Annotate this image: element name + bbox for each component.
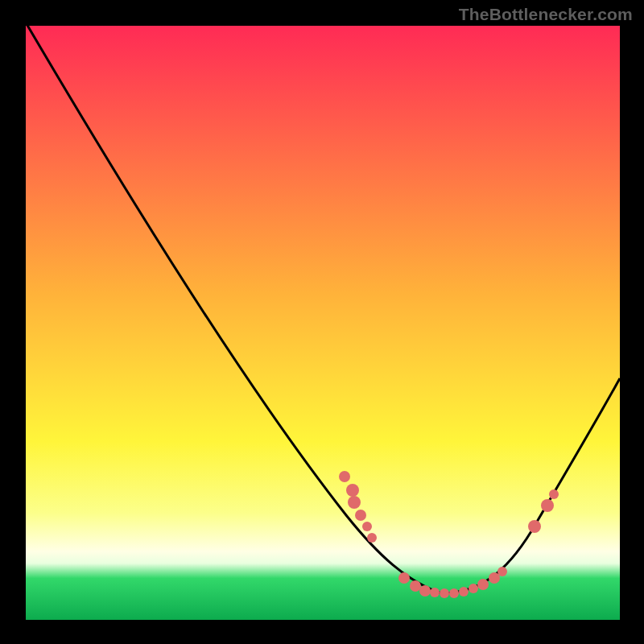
data-marker — [459, 587, 469, 597]
data-marker — [541, 499, 554, 512]
data-marker — [469, 584, 478, 593]
data-marker — [440, 588, 449, 598]
data-marker — [355, 510, 366, 521]
data-marker — [497, 567, 507, 576]
watermark-text: TheBottlenecker.com — [459, 5, 633, 24]
data-marker — [477, 579, 489, 590]
chart-container: { "watermark": "TheBottlenecker.com", "c… — [0, 0, 644, 644]
data-marker — [367, 533, 377, 543]
data-marker — [528, 520, 541, 533]
data-marker — [398, 572, 410, 584]
data-marker — [449, 588, 459, 598]
data-marker — [348, 496, 361, 509]
data-marker — [346, 484, 359, 497]
chart-svg — [0, 0, 644, 644]
data-marker — [430, 588, 440, 597]
data-marker — [362, 522, 372, 531]
data-marker — [410, 580, 421, 592]
data-marker — [549, 489, 559, 499]
data-marker — [339, 471, 350, 482]
data-marker — [419, 585, 431, 597]
